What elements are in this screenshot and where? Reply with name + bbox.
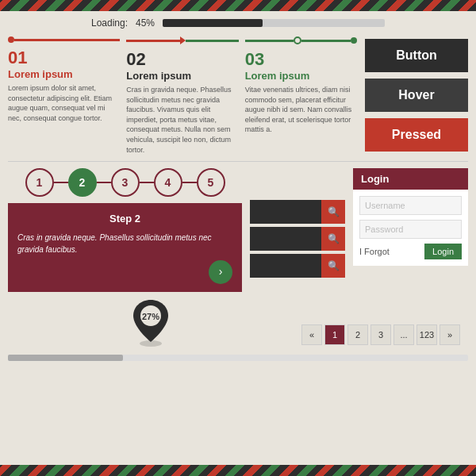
step-box-text: Cras in gravida neque. Phasellus sollici…	[17, 232, 232, 255]
login-body: Username Password I Forgot Login	[353, 190, 468, 266]
loading-fill	[163, 19, 263, 27]
login-header: Login	[353, 168, 468, 190]
col1-number: 01	[8, 48, 120, 68]
page-3-button[interactable]: 3	[370, 324, 391, 345]
step-connector-3	[140, 182, 154, 183]
step-line-green-2	[301, 40, 351, 42]
col3-title: Lorem ipsum	[245, 70, 357, 82]
scroll-track[interactable]	[8, 355, 468, 361]
login-button[interactable]: Login	[424, 244, 462, 259]
loading-section: Loading: 45%	[0, 11, 476, 35]
page-last-button[interactable]: 123	[416, 324, 437, 345]
step-indicator-2	[126, 36, 238, 44]
step-circle-4[interactable]: 4	[154, 168, 182, 197]
col2-text: Cras in gravida neque. Phasellus sollici…	[126, 85, 238, 155]
step-line-2	[126, 40, 179, 42]
column-1: 01 Lorem ipsum Lorem ipsum dolor sit ame…	[8, 35, 120, 155]
search-bar-1: 🔍	[250, 200, 345, 224]
main-top-content: 01 Lorem ipsum Lorem ipsum dolor sit ame…	[0, 35, 476, 155]
col3-text: Vitae venenatis ultrices, diam nisi comm…	[245, 85, 357, 135]
col1-title: Lorem ipsum	[8, 68, 120, 80]
step-line-red	[14, 39, 120, 41]
search-icon-2[interactable]: 🔍	[321, 227, 345, 251]
step-dot-start	[8, 36, 14, 43]
button-pressed[interactable]: Pressed	[365, 118, 468, 152]
step-circle-2-active[interactable]: 2	[68, 168, 97, 197]
search-bars-section: 🔍 🔍 🔍	[250, 200, 345, 292]
scroll-thumb[interactable]	[8, 355, 123, 361]
col2-title: Lorem ipsum	[126, 70, 238, 82]
three-column-section: 01 Lorem ipsum Lorem ipsum dolor sit ame…	[8, 35, 357, 155]
search-bar-3: 🔍	[250, 254, 345, 278]
map-pin-container: 27%	[129, 296, 173, 347]
step-line-green	[186, 40, 239, 42]
step-connector-4	[182, 182, 197, 183]
page-2-button[interactable]: 2	[347, 324, 368, 345]
step-circle-5[interactable]: 5	[197, 168, 225, 197]
column-3: 03 Lorem ipsum Vitae venenatis ultrices,…	[245, 35, 357, 155]
page-1-button[interactable]: 1	[324, 324, 345, 345]
button-normal[interactable]: Button	[365, 39, 468, 72]
map-pin-svg: 27%	[129, 296, 173, 347]
loading-track	[163, 19, 385, 27]
steps-left: 1 2 3 4 5 Step 2 Cras in gravida neque. …	[8, 168, 242, 292]
loading-percent: 45%	[136, 17, 155, 29]
password-field[interactable]: Password	[359, 220, 462, 239]
column-2: 02 Lorem ipsum Cras in gravida neque. Ph…	[126, 35, 238, 155]
login-footer: I Forgot Login	[359, 244, 462, 259]
step-circle-3[interactable]: 3	[111, 168, 140, 197]
step-dot-outline	[294, 36, 301, 44]
map-pin-section: 27%	[8, 292, 294, 351]
button-hover[interactable]: Hover	[365, 79, 468, 112]
step-description-box: Step 2 Cras in gravida neque. Phasellus …	[8, 203, 242, 292]
col2-number: 02	[126, 49, 238, 70]
col3-number: 03	[245, 49, 357, 70]
bottom-section: 1 2 3 4 5 Step 2 Cras in gravida neque. …	[0, 168, 476, 292]
step-arrow	[180, 36, 186, 44]
circle-steps: 1 2 3 4 5	[8, 168, 242, 197]
prev-page-button[interactable]: «	[301, 324, 322, 345]
pagination-row: « 1 2 3 ... 123 »	[294, 309, 468, 351]
step-dot-end	[351, 37, 357, 44]
step-connector-1	[54, 182, 68, 183]
divider	[8, 161, 468, 162]
top-stripe-bar	[0, 0, 476, 11]
forgot-label[interactable]: I Forgot	[359, 247, 390, 256]
step-indicator-1	[8, 36, 120, 43]
step-connector-2	[97, 182, 111, 183]
step-circle-1[interactable]: 1	[25, 168, 54, 197]
username-field[interactable]: Username	[359, 196, 462, 215]
step-indicator-3	[245, 36, 357, 44]
bottom-stripe-bar	[0, 465, 476, 476]
step-box-title: Step 2	[17, 211, 232, 227]
step-next-button[interactable]: ›	[209, 260, 232, 284]
loading-label: Loading:	[91, 17, 128, 29]
buttons-section: Button Hover Pressed	[365, 35, 468, 155]
search-icon-1[interactable]: 🔍	[321, 200, 345, 224]
page-dots: ...	[393, 324, 414, 345]
pin-percent-text: 27%	[141, 312, 159, 321]
search-icon-3[interactable]: 🔍	[321, 254, 345, 278]
step-line-3	[245, 40, 294, 42]
next-page-button[interactable]: »	[440, 324, 460, 345]
search-bar-2: 🔍	[250, 227, 345, 251]
login-section: Login Username Password I Forgot Login	[353, 168, 468, 292]
step-box-btn-area: ›	[17, 260, 232, 284]
col1-text: Lorem ipsum dolor sit amet, consectetur …	[8, 83, 120, 123]
